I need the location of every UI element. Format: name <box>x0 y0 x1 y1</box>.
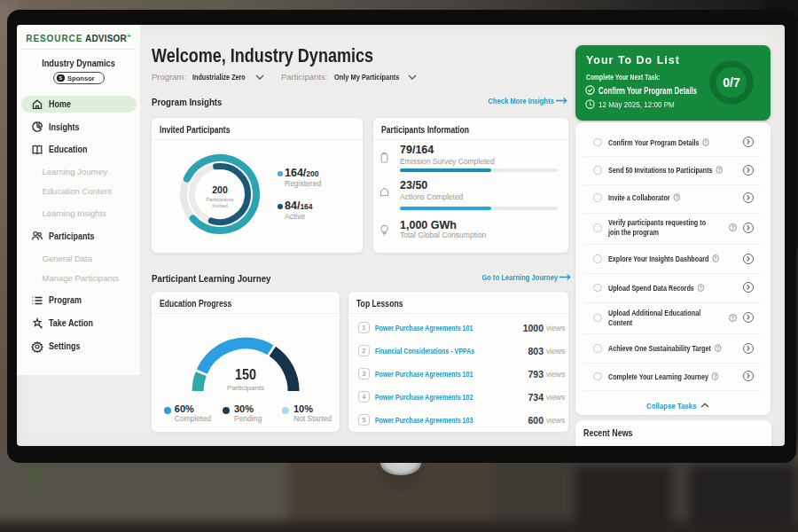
svg-text:Participants: Participants <box>206 197 233 202</box>
svg-text:Invited: Invited <box>212 203 228 208</box>
svg-text:200: 200 <box>212 184 228 195</box>
svg-text:0/7: 0/7 <box>723 75 740 90</box>
